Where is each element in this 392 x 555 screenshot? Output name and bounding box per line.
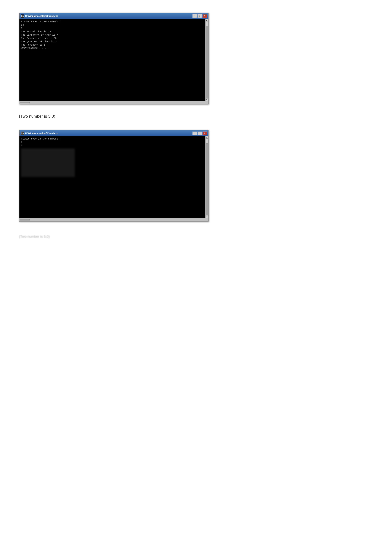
scrollbar-thumb-1[interactable] — [206, 22, 208, 26]
titlebar-2: C:\ C:\Windows\system32\cmd.exe − □ ✕ — [19, 130, 208, 136]
close-button-2[interactable]: ✕ — [202, 131, 207, 135]
cmd-window-1: C:\ C:\Windows\system32\cmd.exe − □ ✕ Pl… — [19, 13, 209, 104]
caption-2: (Two number is 5,0) — [19, 234, 373, 239]
scrollbar-track-1 — [206, 22, 208, 98]
cmd-line-0: Please type in two numbers : — [21, 20, 204, 23]
minimize-button-2[interactable]: − — [192, 131, 197, 135]
cmd-line-3: The Sum of them is 13 — [21, 30, 204, 33]
cmd-line-7: The Reminder is 1 — [21, 43, 204, 47]
cmd-terminal-2: Please type in two numbers : 5 0 — [19, 136, 205, 218]
blurred-section: C:\ C:\Windows\system32\cmd.exe − □ ✕ Pl… — [19, 130, 373, 222]
maximize-button-1[interactable]: □ — [197, 14, 202, 18]
cmd-body-wrapper-1: Please type in two numbers : 10 3 The Su… — [19, 19, 208, 101]
blurred-content-area — [21, 148, 75, 177]
caption-2-text: (Two number is 5,0) — [19, 234, 50, 239]
maximize-button-2[interactable]: □ — [197, 131, 202, 135]
close-button-1[interactable]: ✕ — [202, 14, 207, 18]
minimize-button-1[interactable]: − — [192, 14, 197, 18]
statusbar-bar-2 — [20, 219, 29, 220]
cmd-line-2: 3 — [21, 27, 204, 30]
cmd2-line-0: Please type in two numbers : — [21, 137, 204, 141]
scroll-up-1[interactable]: ▲ — [206, 19, 208, 21]
cmd-terminal-1: Please type in two numbers : 10 3 The Su… — [19, 19, 205, 101]
cmd-icon-1: C:\ — [21, 15, 24, 18]
scrollbar-1: ▲ ▼ — [205, 19, 208, 101]
page-content: C:\ C:\Windows\system32\cmd.exe − □ ✕ Pl… — [19, 13, 373, 239]
scrollbar-2: ▲ ▼ — [205, 136, 208, 218]
scroll-up-2[interactable]: ▲ — [206, 136, 208, 139]
cmd-line-4: The Different of them is 7 — [21, 33, 204, 37]
cmd2-line-1: 5 — [21, 141, 204, 144]
scrollbar-track-2 — [206, 139, 208, 215]
cmd-line-8: 請按任意鍵繼續 . . . _ — [21, 47, 204, 50]
cmd-statusbar-1 — [19, 101, 208, 104]
titlebar-buttons-1: − □ ✕ — [192, 14, 207, 18]
cmd2-line-2: 0 — [21, 144, 204, 147]
window-title-1: C:\Windows\system32\cmd.exe — [25, 15, 191, 17]
cmd-line-1: 10 — [21, 23, 204, 27]
titlebar-buttons-2: − □ ✕ — [192, 131, 207, 135]
statusbar-bar-1 — [20, 102, 29, 103]
cmd-line-6: The Quotient of them is 3 — [21, 40, 204, 43]
scroll-down-1[interactable]: ▼ — [206, 99, 208, 101]
cmd-icon-2: C:\ — [21, 131, 24, 135]
cmd-body-wrapper-2: Please type in two numbers : 5 0 ▲ ▼ — [19, 136, 208, 218]
caption-1: (Two number is 5,0) — [19, 114, 373, 119]
titlebar-1: C:\ C:\Windows\system32\cmd.exe − □ ✕ — [19, 13, 208, 19]
cmd-window-2: C:\ C:\Windows\system32\cmd.exe − □ ✕ Pl… — [19, 130, 209, 222]
window-title-2: C:\Windows\system32\cmd.exe — [25, 132, 191, 134]
scrollbar-thumb-2[interactable] — [206, 139, 208, 144]
scroll-down-2[interactable]: ▼ — [206, 216, 208, 218]
cmd-statusbar-2 — [19, 218, 208, 221]
cmd-line-5: The Product of them is 30 — [21, 37, 204, 40]
